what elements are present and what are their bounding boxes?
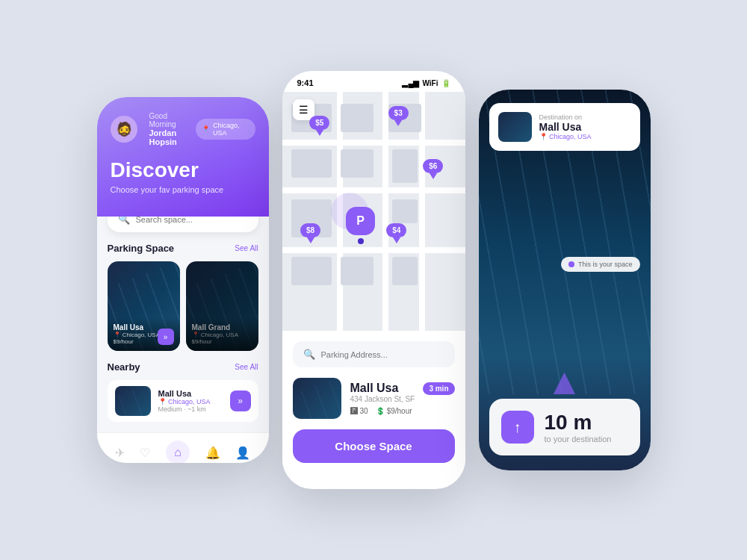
pin-tail-5: [316, 130, 323, 136]
nav-info: 10 m to your destination: [545, 411, 612, 444]
map-block-4: [291, 149, 332, 178]
signal-icon: ▂▄▆: [402, 79, 419, 87]
price-text: $9/hour: [387, 407, 412, 415]
nearby-item-1[interactable]: Mall Usa 📍 Chicago, USA Medium · ~1 km »: [108, 380, 258, 422]
result-info: Mall Usa 3 min 434 Jackson St, SF 🅿 30 💲…: [350, 382, 455, 415]
greeting: Good Morning Jordan Hopsin: [149, 112, 196, 146]
navigation-card: ↑ 10 m to your destination: [489, 399, 640, 455]
pin-label-4: $4: [386, 223, 406, 237]
nearby-arrow-1[interactable]: »: [230, 391, 251, 411]
phone1-body: 🔍 Parking Space See All Mall Usa 📍 Chica…: [97, 206, 269, 432]
dest-pin-icon: 📍: [539, 133, 548, 140]
nearby-thumb-1: [115, 386, 151, 416]
nav-heart-icon[interactable]: ♡: [140, 446, 150, 460]
nearby-distance-1: Medium · ~1 km: [158, 405, 223, 413]
map-block-6: [392, 149, 418, 183]
pin-label-3: $3: [388, 106, 409, 120]
map-pin-6[interactable]: $6: [423, 159, 443, 179]
page-title: Discover: [111, 158, 255, 182]
location-badge[interactable]: 📍 Chicago, USA: [196, 119, 255, 140]
result-time-badge: 3 min: [423, 382, 454, 395]
map-block-8: [392, 199, 418, 223]
nearby-name-1: Mall Usa: [158, 389, 223, 398]
spots-count: 30: [360, 407, 368, 415]
nearby-info-1: Mall Usa 📍 Chicago, USA Medium · ~1 km: [158, 389, 223, 413]
result-price: 💲 $9/hour: [376, 407, 412, 415]
nearby-section-title: Nearby: [108, 361, 140, 373]
map-road-h1: [282, 187, 465, 193]
location-text: Chicago, USA: [213, 122, 249, 137]
nav-dest-label: to your destination: [545, 435, 612, 444]
dollar-icon: 💲: [376, 407, 385, 415]
map-pin-p[interactable]: P: [346, 207, 375, 244]
card-arrow-1[interactable]: »: [158, 329, 174, 345]
pin-tail-8: [307, 237, 314, 243]
nav-distance: 10 m: [545, 411, 612, 435]
destination-thumbnail: [498, 112, 532, 142]
greeting-label: Good Morning: [149, 112, 196, 128]
bottom-nav: ✈ ♡ ⌂ 🔔 👤: [97, 432, 269, 463]
pin-tail-6: [430, 173, 437, 179]
pin-label-5: $5: [309, 116, 329, 130]
map-block-5: [341, 149, 374, 178]
choose-space-button[interactable]: Choose Space: [293, 429, 455, 463]
address-search-bar[interactable]: 🔍: [293, 341, 455, 367]
map-block-10: [341, 257, 374, 285]
phone-1: 🧔 Good Morning Jordan Hopsin 📍 Chicago, …: [97, 97, 269, 463]
wifi-icon: WiFi: [422, 79, 438, 87]
search-result: Mall Usa 3 min 434 Jackson St, SF 🅿 30 💲…: [293, 378, 455, 419]
p-pin-dot: [358, 238, 364, 244]
parking-see-all[interactable]: See All: [235, 244, 258, 252]
parking-section-title: Parking Space: [108, 243, 175, 254]
user-name: Jordan Hopsin: [149, 128, 196, 146]
pin-label-p: P: [346, 207, 375, 235]
phone-3: Destination on Mall Usa 📍 Chicago, USA T…: [479, 90, 651, 470]
nav-navigation-icon[interactable]: ✈: [115, 446, 125, 460]
nearby-location-1: 📍 Chicago, USA: [158, 398, 223, 405]
result-address: 434 Jackson St, SF: [350, 395, 455, 403]
map-pin-8[interactable]: $8: [300, 223, 320, 243]
address-search-input[interactable]: [321, 350, 444, 359]
result-meta: 🅿 30 💲 $9/hour: [350, 407, 455, 415]
map-block-2: [341, 104, 374, 132]
nearby-see-all[interactable]: See All: [235, 363, 258, 371]
parking-card-1[interactable]: Mall Usa 📍 Chicago, USA $9/hour »: [108, 261, 180, 351]
map-road-h2: [282, 247, 465, 253]
destination-info: Destination on Mall Usa 📍 Chicago, USA: [539, 113, 592, 140]
location-pin-icon: 📍: [202, 125, 210, 133]
map-block-11: [392, 257, 418, 285]
card-price-2: $9/hour: [192, 338, 252, 345]
your-space-label: This is your space: [578, 261, 633, 268]
parking-section-header: Parking Space See All: [108, 243, 258, 254]
result-thumbnail: [293, 378, 341, 419]
map-pin-4[interactable]: $4: [386, 223, 406, 243]
road-arrow: [546, 351, 583, 403]
parking-icon: 🅿: [350, 407, 358, 415]
nav-home-icon[interactable]: ⌂: [166, 441, 190, 463]
your-space-badge: This is your space: [561, 257, 640, 272]
destination-name: Mall Usa: [539, 121, 592, 133]
parking-cards: Mall Usa 📍 Chicago, USA $9/hour » Mall G…: [108, 261, 258, 351]
map-road-h3: [282, 140, 465, 146]
map-area[interactable]: ☰ $5 $3 $6 $8 $4 P: [282, 92, 465, 331]
map-pin-3[interactable]: $3: [388, 106, 409, 126]
card-name-2: Mall Grand: [192, 323, 252, 332]
status-icons: ▂▄▆ WiFi 🔋: [402, 79, 450, 87]
phone-2: 9:41 ▂▄▆ WiFi 🔋: [282, 71, 465, 489]
map-pin-5[interactable]: $5: [309, 116, 329, 136]
destination-card: Destination on Mall Usa 📍 Chicago, USA: [489, 103, 640, 151]
map-block-9: [291, 257, 332, 285]
parking-card-2[interactable]: Mall Grand 📍 Chicago, USA $9/hour: [186, 261, 258, 351]
phone1-header: 🧔 Good Morning Jordan Hopsin 📍 Chicago, …: [97, 97, 269, 217]
nav-bell-icon[interactable]: 🔔: [205, 446, 220, 460]
page-subtitle: Choose your fav parking space: [111, 185, 255, 194]
nearby-section-header: Nearby See All: [108, 361, 258, 373]
pin-label-6: $6: [423, 159, 443, 173]
address-search-icon: 🔍: [303, 349, 315, 360]
battery-icon: 🔋: [441, 79, 450, 87]
pin-label-8: $8: [300, 223, 320, 237]
nav-up-icon: ↑: [501, 411, 534, 444]
nav-person-icon[interactable]: 👤: [235, 446, 250, 460]
space-dot: [568, 261, 574, 267]
destination-label: Destination on: [539, 113, 592, 121]
